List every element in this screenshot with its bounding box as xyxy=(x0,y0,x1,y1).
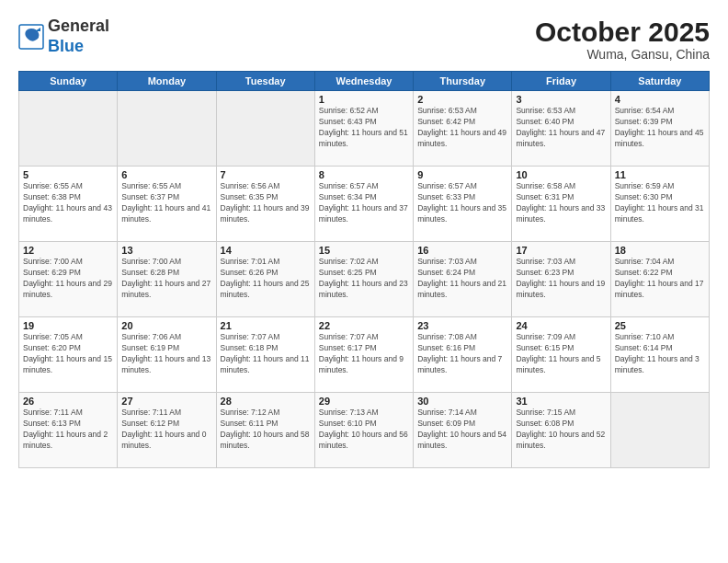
week-row: 19Sunrise: 7:05 AMSunset: 6:20 PMDayligh… xyxy=(19,317,710,393)
header: General Blue October 2025 Wuma, Gansu, C… xyxy=(18,17,710,62)
calendar-cell: 24Sunrise: 7:09 AMSunset: 6:15 PMDayligh… xyxy=(512,317,610,393)
calendar-cell xyxy=(19,91,118,167)
day-number: 13 xyxy=(121,245,211,256)
day-info: Sunrise: 7:05 AMSunset: 6:20 PMDaylight:… xyxy=(23,332,113,376)
calendar-table: SundayMondayTuesdayWednesdayThursdayFrid… xyxy=(18,71,710,468)
calendar-cell: 2Sunrise: 6:53 AMSunset: 6:42 PMDaylight… xyxy=(414,91,512,167)
calendar-cell: 10Sunrise: 6:58 AMSunset: 6:31 PMDayligh… xyxy=(512,167,610,242)
day-info: Sunrise: 7:03 AMSunset: 6:23 PMDaylight:… xyxy=(516,257,606,301)
calendar-cell: 30Sunrise: 7:14 AMSunset: 6:09 PMDayligh… xyxy=(414,393,512,468)
calendar-cell: 26Sunrise: 7:11 AMSunset: 6:13 PMDayligh… xyxy=(19,393,118,468)
day-number: 24 xyxy=(516,320,606,331)
day-number: 15 xyxy=(319,245,409,256)
weekday-header: Thursday xyxy=(414,72,512,91)
calendar-cell xyxy=(216,91,314,167)
day-info: Sunrise: 7:07 AMSunset: 6:18 PMDaylight:… xyxy=(221,332,311,376)
day-info: Sunrise: 7:15 AMSunset: 6:08 PMDaylight:… xyxy=(516,408,606,452)
day-info: Sunrise: 7:08 AMSunset: 6:16 PMDaylight:… xyxy=(417,332,507,376)
day-info: Sunrise: 6:56 AMSunset: 6:35 PMDaylight:… xyxy=(221,181,311,225)
day-number: 30 xyxy=(417,396,507,407)
calendar-title: October 2025 xyxy=(535,17,710,47)
day-info: Sunrise: 7:14 AMSunset: 6:09 PMDaylight:… xyxy=(417,408,507,452)
calendar-cell: 27Sunrise: 7:11 AMSunset: 6:12 PMDayligh… xyxy=(118,393,216,468)
day-number: 2 xyxy=(417,94,507,105)
day-number: 18 xyxy=(615,245,705,256)
day-info: Sunrise: 7:11 AMSunset: 6:12 PMDaylight:… xyxy=(121,408,211,452)
day-number: 10 xyxy=(516,169,606,180)
weekday-header: Tuesday xyxy=(216,72,314,91)
day-number: 1 xyxy=(319,94,409,105)
calendar-cell: 6Sunrise: 6:55 AMSunset: 6:37 PMDaylight… xyxy=(118,167,216,242)
calendar-cell: 7Sunrise: 6:56 AMSunset: 6:35 PMDaylight… xyxy=(216,167,314,242)
day-info: Sunrise: 6:53 AMSunset: 6:40 PMDaylight:… xyxy=(516,106,606,150)
calendar-cell: 22Sunrise: 7:07 AMSunset: 6:17 PMDayligh… xyxy=(314,317,413,393)
calendar-cell xyxy=(610,393,709,468)
title-block: October 2025 Wuma, Gansu, China xyxy=(535,17,710,62)
calendar-cell: 9Sunrise: 6:57 AMSunset: 6:33 PMDaylight… xyxy=(414,167,512,242)
calendar-cell: 17Sunrise: 7:03 AMSunset: 6:23 PMDayligh… xyxy=(512,242,610,317)
calendar-cell: 4Sunrise: 6:54 AMSunset: 6:39 PMDaylight… xyxy=(610,91,709,167)
calendar-cell: 20Sunrise: 7:06 AMSunset: 6:19 PMDayligh… xyxy=(118,317,216,393)
day-info: Sunrise: 6:54 AMSunset: 6:39 PMDaylight:… xyxy=(615,106,705,150)
day-info: Sunrise: 7:12 AMSunset: 6:11 PMDaylight:… xyxy=(221,408,311,452)
calendar-cell: 19Sunrise: 7:05 AMSunset: 6:20 PMDayligh… xyxy=(19,317,118,393)
day-info: Sunrise: 7:09 AMSunset: 6:15 PMDaylight:… xyxy=(516,332,606,376)
calendar-cell: 11Sunrise: 6:59 AMSunset: 6:30 PMDayligh… xyxy=(610,167,709,242)
day-info: Sunrise: 7:11 AMSunset: 6:13 PMDaylight:… xyxy=(23,408,113,452)
logo-blue: Blue xyxy=(48,37,84,55)
calendar-cell: 3Sunrise: 6:53 AMSunset: 6:40 PMDaylight… xyxy=(512,91,610,167)
day-info: Sunrise: 7:01 AMSunset: 6:26 PMDaylight:… xyxy=(221,257,311,301)
day-number: 23 xyxy=(417,320,507,331)
logo-general: General xyxy=(48,17,109,35)
weekday-header: Wednesday xyxy=(314,72,413,91)
calendar-cell: 13Sunrise: 7:00 AMSunset: 6:28 PMDayligh… xyxy=(118,242,216,317)
day-number: 7 xyxy=(221,169,311,180)
calendar-cell: 21Sunrise: 7:07 AMSunset: 6:18 PMDayligh… xyxy=(216,317,314,393)
weekday-header: Saturday xyxy=(610,72,709,91)
calendar-cell: 12Sunrise: 7:00 AMSunset: 6:29 PMDayligh… xyxy=(19,242,118,317)
day-info: Sunrise: 7:10 AMSunset: 6:14 PMDaylight:… xyxy=(615,332,705,376)
logo-text: General Blue xyxy=(48,17,109,56)
day-info: Sunrise: 7:02 AMSunset: 6:25 PMDaylight:… xyxy=(319,257,409,301)
week-row: 12Sunrise: 7:00 AMSunset: 6:29 PMDayligh… xyxy=(19,242,710,317)
calendar-cell: 14Sunrise: 7:01 AMSunset: 6:26 PMDayligh… xyxy=(216,242,314,317)
logo: General Blue xyxy=(18,17,109,56)
day-number: 22 xyxy=(319,320,409,331)
day-number: 4 xyxy=(615,94,705,105)
day-number: 21 xyxy=(221,320,311,331)
calendar-cell: 28Sunrise: 7:12 AMSunset: 6:11 PMDayligh… xyxy=(216,393,314,468)
day-number: 20 xyxy=(121,320,211,331)
calendar-cell: 1Sunrise: 6:52 AMSunset: 6:43 PMDaylight… xyxy=(314,91,413,167)
day-number: 25 xyxy=(615,320,705,331)
day-info: Sunrise: 7:04 AMSunset: 6:22 PMDaylight:… xyxy=(615,257,705,301)
day-number: 29 xyxy=(319,396,409,407)
day-number: 31 xyxy=(516,396,606,407)
day-number: 14 xyxy=(221,245,311,256)
logo-icon xyxy=(18,24,44,50)
day-number: 9 xyxy=(417,169,507,180)
day-number: 28 xyxy=(221,396,311,407)
day-info: Sunrise: 7:06 AMSunset: 6:19 PMDaylight:… xyxy=(121,332,211,376)
calendar-cell: 29Sunrise: 7:13 AMSunset: 6:10 PMDayligh… xyxy=(314,393,413,468)
day-info: Sunrise: 6:52 AMSunset: 6:43 PMDaylight:… xyxy=(319,106,409,150)
day-number: 6 xyxy=(121,169,211,180)
weekday-header: Friday xyxy=(512,72,610,91)
day-info: Sunrise: 6:58 AMSunset: 6:31 PMDaylight:… xyxy=(516,181,606,225)
day-number: 27 xyxy=(121,396,211,407)
day-number: 17 xyxy=(516,245,606,256)
day-info: Sunrise: 6:55 AMSunset: 6:37 PMDaylight:… xyxy=(121,181,211,225)
calendar-cell: 25Sunrise: 7:10 AMSunset: 6:14 PMDayligh… xyxy=(610,317,709,393)
day-info: Sunrise: 6:59 AMSunset: 6:30 PMDaylight:… xyxy=(615,181,705,225)
day-number: 3 xyxy=(516,94,606,105)
day-number: 8 xyxy=(319,169,409,180)
day-info: Sunrise: 7:00 AMSunset: 6:28 PMDaylight:… xyxy=(121,257,211,301)
calendar-cell: 8Sunrise: 6:57 AMSunset: 6:34 PMDaylight… xyxy=(314,167,413,242)
calendar-cell: 23Sunrise: 7:08 AMSunset: 6:16 PMDayligh… xyxy=(414,317,512,393)
day-info: Sunrise: 6:57 AMSunset: 6:33 PMDaylight:… xyxy=(417,181,507,225)
weekday-header: Sunday xyxy=(19,72,118,91)
week-row: 1Sunrise: 6:52 AMSunset: 6:43 PMDaylight… xyxy=(19,91,710,167)
calendar-cell: 31Sunrise: 7:15 AMSunset: 6:08 PMDayligh… xyxy=(512,393,610,468)
day-number: 26 xyxy=(23,396,113,407)
day-number: 19 xyxy=(23,320,113,331)
calendar-cell: 15Sunrise: 7:02 AMSunset: 6:25 PMDayligh… xyxy=(314,242,413,317)
